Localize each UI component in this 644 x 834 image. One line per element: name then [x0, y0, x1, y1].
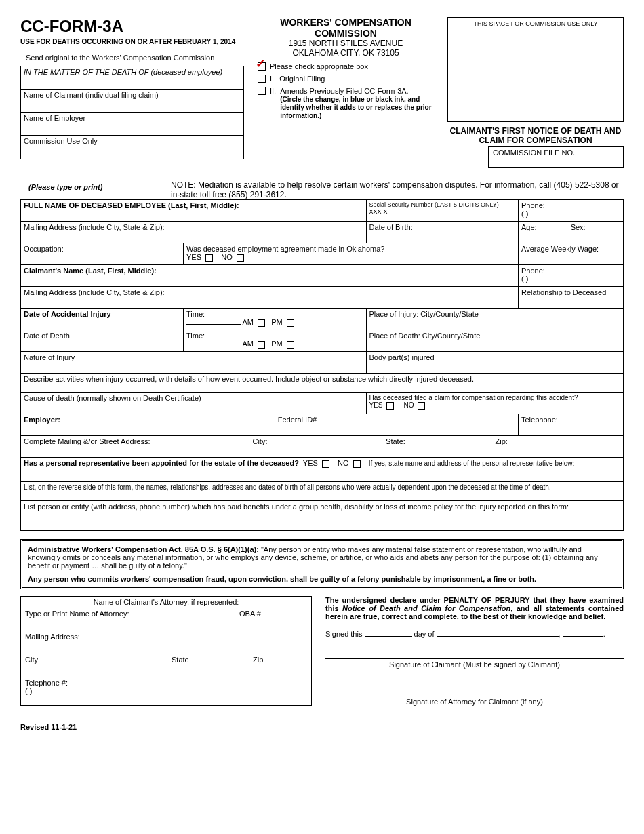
cause-death-label: Cause of death (normally shown on Death … [24, 394, 201, 402]
ssn-prefix: XXX-X [369, 208, 388, 215]
form-title: CC-FORM-3A [20, 17, 244, 36]
emp-zip-label: Zip: [496, 437, 508, 445]
ssn-label: Social Security Number (LAST 5 DIGITS ON… [369, 201, 499, 208]
no-label: NO [221, 253, 233, 261]
checkbox-death-pm[interactable] [287, 341, 294, 349]
matter-employer[interactable]: Name of Employer [21, 113, 243, 136]
benefits-input[interactable] [24, 517, 552, 517]
revised-date: Revised 11-1-21 [20, 723, 624, 731]
perjury-text2: Notice of Death and Claim for Compensati… [342, 604, 510, 612]
matter-death-of[interactable]: IN THE MATTER OF THE DEATH OF (deceased … [21, 66, 243, 90]
check-appropriate-box: ✓ [258, 62, 266, 71]
emp-city-label: City: [252, 437, 384, 445]
rep-no: NO [338, 459, 349, 467]
matter-claimant[interactable]: Name of Claimant (individual filing clai… [21, 90, 243, 113]
claimant-name-label: Claimant's Name (Last, First, Middle): [24, 266, 157, 275]
relationship-label: Relationship to Deceased [521, 288, 606, 296]
time-death-label: Time: [186, 332, 205, 340]
signed-month-input[interactable] [437, 636, 559, 637]
check-label: Please check appropriate box [270, 62, 441, 71]
commission-file-no[interactable]: COMMISSION FILE NO. [488, 146, 624, 168]
dob-label: Date of Birth: [369, 223, 413, 231]
matter-box: IN THE MATTER OF THE DEATH OF (deceased … [20, 66, 244, 159]
atty-oba-label: OBA # [239, 610, 307, 629]
prior-no: NO [403, 401, 414, 409]
checkbox-prior-no[interactable] [418, 402, 425, 410]
complete-addr-label: Complete Mailing &/or Street Address: [24, 437, 250, 445]
opt1-label: Original Filing [279, 75, 441, 83]
nature-label: Nature of Injury [24, 353, 75, 361]
checkbox-original-filing[interactable] [258, 75, 266, 83]
phone-paren[interactable]: ( ) [521, 210, 528, 218]
type-print-note: (Please type or print) [28, 183, 171, 191]
sex-label: Sex: [571, 223, 586, 231]
sig-claimant[interactable]: Signature of Claimant (Must be signed by… [325, 658, 624, 669]
atty-phone-label: Telephone #: [25, 679, 68, 687]
claimant-phone-paren[interactable]: ( ) [521, 275, 528, 283]
claimant-phone-label: Phone: [521, 266, 545, 275]
form-subtitle: USE FOR DEATHS OCCURRING ON OR AFTER FEB… [20, 38, 244, 45]
checkbox-injury-am[interactable] [258, 319, 265, 327]
checkbox-amends[interactable] [258, 87, 266, 95]
checkbox-rep-yes[interactable] [322, 460, 329, 468]
fraud-warning: Any person who commits workers' compensa… [28, 575, 536, 583]
emp-state-label: State: [386, 437, 493, 445]
attorney-box: Name of Claimant's Attorney, if represen… [20, 596, 312, 706]
legal-citation: Administrative Workers' Compensation Act… [28, 545, 259, 553]
signed-day-input[interactable] [365, 636, 412, 637]
time-injury-input[interactable] [186, 324, 241, 325]
phone-label: Phone: [521, 201, 545, 210]
checkmark-icon: ✓ [256, 56, 266, 71]
claimant-mailing-label: Mailing Address (include City, State & Z… [24, 288, 165, 296]
telephone-label: Telephone: [521, 416, 558, 424]
section-title: CLAIMANT'S FIRST NOTICE OF DEATH AND CLA… [447, 126, 624, 145]
checkbox-injury-pm[interactable] [287, 319, 294, 327]
checkbox-ok-no[interactable] [237, 254, 244, 262]
full-name-label: FULL NAME OF DECEASED EMPLOYEE (Last, Fi… [24, 201, 239, 210]
fed-id-label: Federal ID# [278, 416, 317, 424]
rep-question-label: Has a personal representative been appoi… [24, 459, 299, 467]
date-injury-label: Date of Accidental Injury [24, 310, 111, 318]
legal-notice-box: Administrative Workers' Compensation Act… [20, 539, 624, 589]
atty-phone-paren[interactable]: ( ) [25, 687, 32, 695]
place-death-label: Place of Death: City/County/State [369, 332, 481, 340]
sig-attorney[interactable]: Signature of Attorney for Claimant (if a… [325, 696, 624, 706]
body-parts-label: Body part(s) injured [369, 353, 435, 361]
day-of-label: day of [414, 630, 435, 638]
commission-title: WORKERS' COMPENSATION COMMISSION [251, 17, 441, 39]
perjury-box: The undersigned declare under PENALTY OF… [325, 596, 624, 706]
signed-label: Signed this [325, 630, 362, 638]
prior-claim-label: Has deceased filed a claim for compensat… [369, 394, 578, 401]
matter-commission-use: Commission Use Only [21, 136, 243, 159]
time-injury-label: Time: [186, 310, 205, 318]
rep-note-label: If yes, state name and address of the pe… [369, 460, 575, 467]
atty-header: Name of Claimant's Attorney, if represen… [21, 597, 311, 608]
checkbox-ok-yes[interactable] [205, 254, 213, 262]
commission-addr1: 1915 NORTH STILES AVENUE [251, 39, 441, 48]
commission-addr2: OKLAHOMA CITY, OK 73105 [251, 48, 441, 58]
age-label: Age: [521, 223, 537, 231]
yes-label: YES [186, 253, 201, 261]
place-injury-label: Place of Injury: City/County/State [369, 310, 479, 318]
prior-yes: YES [369, 401, 383, 409]
occupation-label: Occupation: [24, 245, 64, 253]
commission-use-box: THIS SPACE FOR COMMISSION USE ONLY [447, 17, 624, 122]
signed-year-input[interactable] [563, 636, 603, 637]
opt2-note: (Circle the change, in blue or black ink… [280, 96, 431, 119]
checkbox-death-am[interactable] [258, 341, 265, 349]
am-label: AM [242, 318, 254, 326]
opt2-num: II. [270, 87, 276, 95]
checkbox-prior-yes[interactable] [386, 402, 394, 410]
employer-label: Employer: [24, 416, 60, 424]
checkbox-rep-no[interactable] [353, 460, 361, 468]
opt2-label: Amends Previously Filed CC-Form-3A. [280, 87, 409, 95]
send-note: Send original to the Workers' Compensati… [26, 54, 244, 62]
date-death-label: Date of Death [24, 332, 70, 340]
rep-yes: YES [303, 459, 318, 467]
mailing-label: Mailing Address (include City, State & Z… [24, 223, 165, 231]
pm-label: PM [271, 318, 283, 326]
pm2-label: PM [271, 340, 283, 348]
time-death-input[interactable] [186, 346, 241, 346]
atty-city-label: City [25, 656, 172, 675]
describe-label: Describe activities when injury occurred… [24, 375, 474, 383]
